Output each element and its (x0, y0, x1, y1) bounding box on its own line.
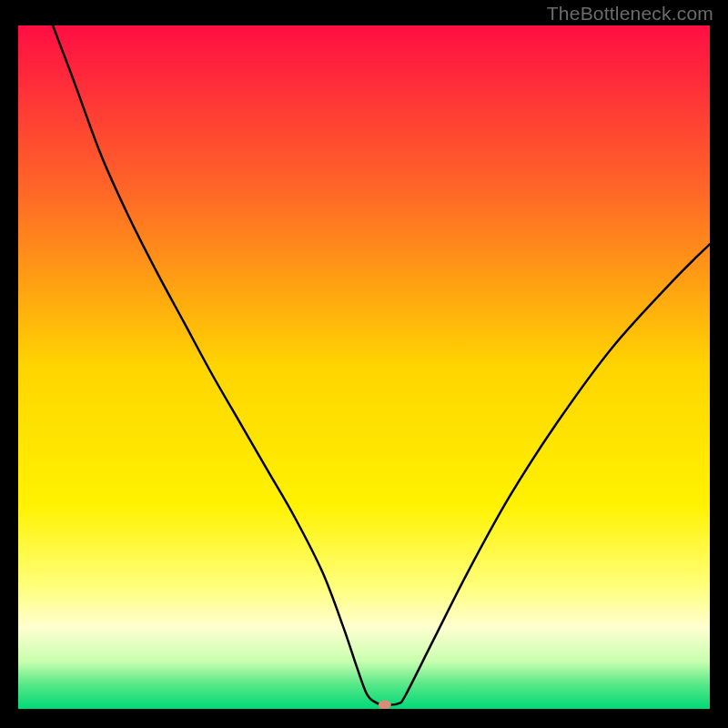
bottleneck-plot (18, 25, 710, 709)
gradient-background (18, 25, 710, 709)
chart-frame: TheBottleneck.com (0, 0, 728, 728)
watermark-text: TheBottleneck.com (547, 3, 713, 25)
plot-area (18, 25, 710, 709)
